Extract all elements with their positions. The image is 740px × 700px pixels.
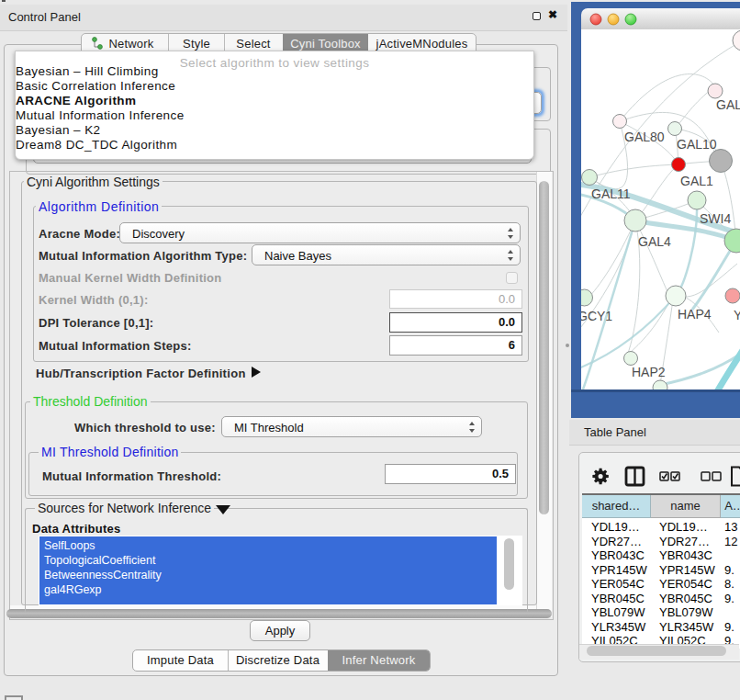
svg-text:GAL1: GAL1	[680, 174, 713, 188]
svg-text:GCY1: GCY1	[581, 309, 612, 323]
svg-text:GAL80: GAL80	[624, 130, 665, 144]
svg-text:GAL10: GAL10	[677, 137, 717, 152]
svg-text:GAL: GAL	[716, 97, 740, 112]
svg-text:HAP2: HAP2	[632, 365, 666, 379]
svg-text:SWI4: SWI4	[700, 211, 731, 226]
svg-text:HAP4: HAP4	[678, 307, 712, 322]
svg-text:GAL11: GAL11	[591, 186, 631, 201]
svg-text:GAL4: GAL4	[638, 234, 671, 249]
svg-text:Y: Y	[734, 308, 740, 322]
